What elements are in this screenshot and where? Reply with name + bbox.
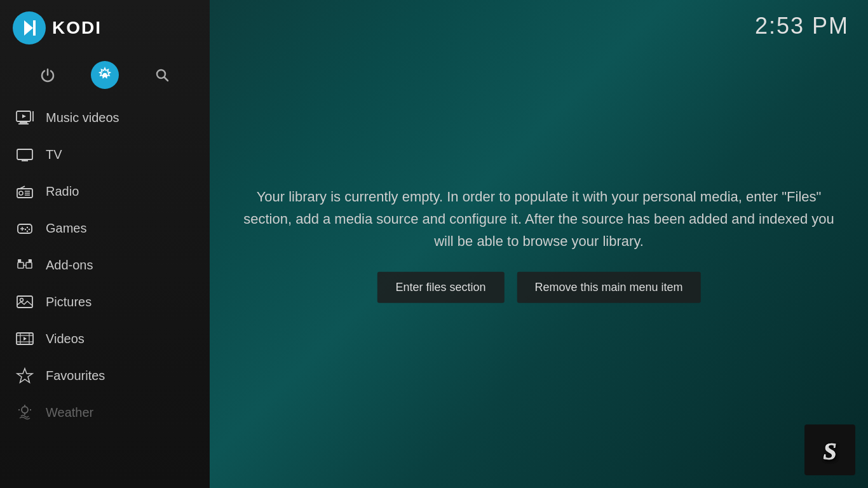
- sidebar-item-pictures[interactable]: Pictures: [0, 283, 210, 320]
- sidebar-item-weather[interactable]: Weather: [0, 394, 210, 431]
- sidebar-item-music-videos[interactable]: Music videos: [0, 99, 210, 136]
- svg-marker-40: [24, 337, 27, 341]
- power-button[interactable]: [34, 61, 62, 89]
- sidebar-label-favourites: Favourites: [46, 369, 105, 383]
- svg-point-25: [25, 229, 26, 230]
- sidebar-menu: Music videos TV: [0, 99, 210, 488]
- sidebar-item-radio[interactable]: Radio: [0, 173, 210, 210]
- settings-button[interactable]: [91, 61, 119, 89]
- svg-point-23: [29, 229, 30, 230]
- tv-icon: [15, 145, 34, 164]
- sidebar: KODI: [0, 0, 210, 488]
- svg-marker-41: [17, 369, 32, 383]
- games-icon: [15, 219, 34, 238]
- svg-rect-2: [33, 20, 36, 36]
- pictures-icon: [15, 292, 34, 311]
- message-area: Your library is currently empty. In orde…: [243, 186, 835, 303]
- svg-point-22: [27, 227, 28, 228]
- svg-point-24: [27, 231, 28, 232]
- svg-rect-10: [17, 149, 32, 159]
- kodi-logo-icon: [13, 11, 46, 44]
- svg-rect-26: [18, 262, 24, 268]
- svg-point-42: [22, 407, 28, 413]
- svg-text:S: S: [823, 438, 836, 464]
- svg-point-15: [19, 191, 23, 195]
- radio-icon: [15, 182, 34, 201]
- sidebar-label-pictures: Pictures: [46, 295, 92, 309]
- addons-icon: [15, 255, 34, 274]
- videos-icon: [15, 329, 34, 348]
- enter-files-button[interactable]: Enter files section: [377, 271, 504, 302]
- search-button[interactable]: [148, 61, 176, 89]
- main-content: 2:53 PM Your library is currently empty.…: [210, 0, 868, 488]
- sidebar-label-videos: Videos: [46, 332, 85, 346]
- weather-icon: [15, 403, 34, 422]
- sidebar-item-addons[interactable]: Add-ons: [0, 247, 210, 283]
- watermark-text: S S: [811, 431, 849, 469]
- sidebar-label-tv: TV: [46, 147, 62, 162]
- sidebar-label-radio: Radio: [46, 184, 79, 199]
- empty-library-message: Your library is currently empty. In orde…: [243, 186, 835, 253]
- watermark-logo: S S: [804, 424, 855, 475]
- remove-menu-item-button[interactable]: Remove this main menu item: [517, 271, 700, 302]
- svg-rect-19: [18, 224, 32, 233]
- sidebar-label-weather: Weather: [46, 405, 93, 420]
- favourites-icon: [15, 366, 34, 385]
- svg-marker-7: [22, 114, 26, 118]
- sidebar-icon-row: [0, 56, 210, 99]
- svg-point-34: [20, 299, 24, 302]
- sidebar-label-addons: Add-ons: [46, 258, 93, 273]
- sidebar-item-videos[interactable]: Videos: [0, 320, 210, 357]
- music-video-icon: [15, 108, 34, 127]
- svg-rect-33: [17, 296, 32, 308]
- app-header: KODI: [0, 0, 210, 56]
- action-buttons: Enter files section Remove this main men…: [243, 271, 835, 302]
- svg-rect-27: [26, 262, 32, 268]
- sidebar-item-tv[interactable]: TV: [0, 136, 210, 173]
- sidebar-item-favourites[interactable]: Favourites: [0, 357, 210, 394]
- clock-display: 2:53 PM: [755, 13, 849, 39]
- sidebar-label-music-videos: Music videos: [46, 111, 119, 125]
- sidebar-item-games[interactable]: Games: [0, 210, 210, 247]
- app-title: KODI: [52, 18, 102, 38]
- svg-line-5: [165, 78, 168, 81]
- sidebar-label-games: Games: [46, 221, 86, 236]
